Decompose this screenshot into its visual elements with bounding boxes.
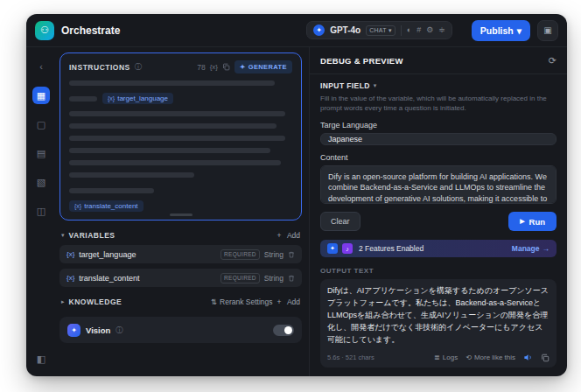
chevron-down-icon: ▾ (517, 25, 522, 36)
model-name: GPT-4o (330, 25, 360, 35)
debug-title: DEBUG & PREVIEW (320, 56, 403, 66)
api-nav-icon[interactable]: ▢ (32, 116, 50, 133)
variable-row[interactable]: {x} target_language REQUIRED String (60, 245, 302, 263)
feature-icon-1: ✦ (327, 243, 338, 254)
overview-nav-icon[interactable]: ◫ (32, 202, 50, 220)
input-field-title: INPUT FIELD (320, 81, 370, 90)
skeleton-line: {x}target_language (69, 93, 292, 104)
params-sliders-icon[interactable]: ≑ (438, 26, 445, 34)
feature-icon-2: ♪ (342, 243, 353, 254)
input-field-description: Fill in the value of the variable, which… (320, 94, 556, 113)
vision-icon: ✦ (67, 324, 80, 337)
divider (401, 25, 402, 36)
instructions-title: INSTRUCTIONS (69, 63, 130, 72)
restart-icon[interactable]: ⟳ (549, 55, 556, 66)
robot-icon: ⚇ (40, 24, 49, 36)
speaker-icon[interactable] (523, 353, 533, 362)
orchestrate-nav-icon[interactable]: ▦ (32, 87, 50, 104)
variable-icon: {x} (74, 203, 81, 209)
skeleton-line (69, 123, 292, 129)
variable-icon: {x} (66, 274, 74, 282)
output-stats: 5.6s · 521 chars (327, 354, 374, 361)
configuration-panel: INSTRUCTIONS ⓘ 78 {x} ✦ GENERATE (56, 47, 310, 376)
nav-rail: ‹ ▦ ▢ ▤ ▧ ◫ ◧ (26, 47, 56, 376)
rerank-settings-button[interactable]: ⇅Rerank Settings (211, 298, 273, 306)
variable-row[interactable]: {x} translate_content REQUIRED String (60, 269, 302, 287)
play-icon: ▶ (520, 218, 524, 225)
generate-button[interactable]: ✦ GENERATE (234, 60, 292, 74)
app-logo[interactable]: ⚇ (35, 21, 54, 40)
run-button[interactable]: ▶ Run (508, 212, 556, 231)
delete-variable-icon[interactable] (288, 251, 295, 258)
output-card: Difyは、AIアプリケーションを構築するためのオープンソースプラットフォームで… (320, 279, 556, 368)
vision-feature-row: ✦ Vision ⓘ (60, 317, 302, 343)
page-title: Orchestrate (61, 24, 120, 37)
model-settings-icon[interactable]: ⚙ (426, 26, 433, 34)
skeleton-line (69, 136, 292, 141)
logs-icon: ≣ (434, 354, 440, 361)
publish-button[interactable]: Publish ▾ (472, 20, 530, 41)
rerank-icon: ⇅ (211, 298, 217, 306)
skeleton-line (69, 160, 292, 165)
variables-title: VARIABLES (69, 231, 116, 240)
add-variable-button[interactable]: + Add (277, 231, 300, 240)
info-icon: ⓘ (135, 62, 142, 72)
logs-nav-icon[interactable]: ▤ (32, 144, 50, 162)
char-count: 78 (197, 63, 205, 72)
logs-button[interactable]: ≣Logs (434, 354, 458, 361)
output-text-title: OUTPUT TEXT (320, 267, 556, 275)
vision-toggle[interactable] (273, 325, 294, 336)
chevron-right-icon[interactable]: ▸ (61, 298, 65, 305)
required-badge: REQUIRED (220, 273, 260, 284)
output-text: Difyは、AIアプリケーションを構築するためのオープンソースプラットフォームで… (327, 285, 550, 346)
resize-handle[interactable] (170, 214, 192, 216)
collapse-panel-icon[interactable]: ◧ (32, 350, 50, 368)
skeleton-line (69, 111, 292, 116)
toolbox-icon: ▣ (543, 25, 551, 35)
features-bar[interactable]: ✦ ♪ 2 Features Enabled Manage→ (320, 240, 556, 257)
back-icon[interactable]: ‹ (32, 58, 50, 75)
chevron-down-icon[interactable]: ▾ (374, 82, 377, 89)
required-badge: REQUIRED (220, 249, 260, 260)
app-header: ⚇ Orchestrate ✦ GPT-4o CHAT▾ ◐ # ⚙ ≑ Pub… (26, 14, 567, 47)
language-select[interactable]: Japanese (320, 133, 556, 145)
variable-icon: {x} (66, 250, 74, 258)
model-mode-badge[interactable]: CHAT▾ (366, 25, 396, 36)
clear-button[interactable]: Clear (320, 212, 360, 231)
app-toolbox-button[interactable]: ▣ (537, 20, 558, 41)
retry-icon: ⟲ (466, 354, 472, 361)
temperature-icon[interactable]: ◐ (407, 26, 411, 34)
arrow-right-icon: → (542, 244, 550, 253)
skeleton-line: {x}translate_content (69, 200, 292, 212)
skeleton-line (69, 172, 292, 178)
more-like-this-button[interactable]: ⟲More like this (466, 354, 515, 361)
variable-icon: {x} (108, 95, 115, 102)
skeleton-line (69, 148, 292, 153)
sparkle-icon: ✦ (240, 63, 246, 71)
variable-chip[interactable]: {x}target_language (102, 93, 173, 104)
model-selector[interactable]: ✦ GPT-4o CHAT▾ ◐ # ⚙ ≑ (306, 21, 452, 39)
debug-preview-panel: DEBUG & PREVIEW ⟳ INPUT FIELD ▾ Fill in … (310, 47, 567, 376)
add-knowledge-button[interactable]: + Add (277, 298, 300, 306)
app-window: ⚇ Orchestrate ✦ GPT-4o CHAT▾ ◐ # ⚙ ≑ Pub… (26, 14, 567, 376)
delete-variable-icon[interactable] (288, 275, 295, 282)
tokens-icon[interactable]: # (416, 26, 421, 34)
content-field-label: Content (320, 153, 556, 162)
copy-output-icon[interactable] (541, 354, 550, 362)
insert-variable-icon[interactable]: {x} (210, 63, 218, 71)
info-icon: ⓘ (116, 326, 122, 335)
knowledge-title: KNOWLEDGE (69, 298, 122, 306)
chevron-down-icon[interactable]: ▾ (61, 232, 65, 239)
language-field-label: Targe Language (320, 121, 556, 130)
copy-icon[interactable] (222, 63, 230, 71)
annotation-nav-icon[interactable]: ▧ (32, 173, 50, 191)
model-provider-icon: ✦ (313, 24, 325, 36)
skeleton-line (69, 80, 292, 86)
chevron-down-icon: ▾ (388, 27, 392, 34)
divider (310, 74, 567, 74)
skeleton-line (69, 188, 292, 193)
instructions-card[interactable]: INSTRUCTIONS ⓘ 78 {x} ✦ GENERATE (60, 52, 302, 220)
content-textarea[interactable]: Dify is an open-source platform for buil… (320, 165, 556, 205)
manage-features-link[interactable]: Manage→ (512, 244, 550, 253)
variable-chip[interactable]: {x}translate_content (69, 200, 144, 212)
